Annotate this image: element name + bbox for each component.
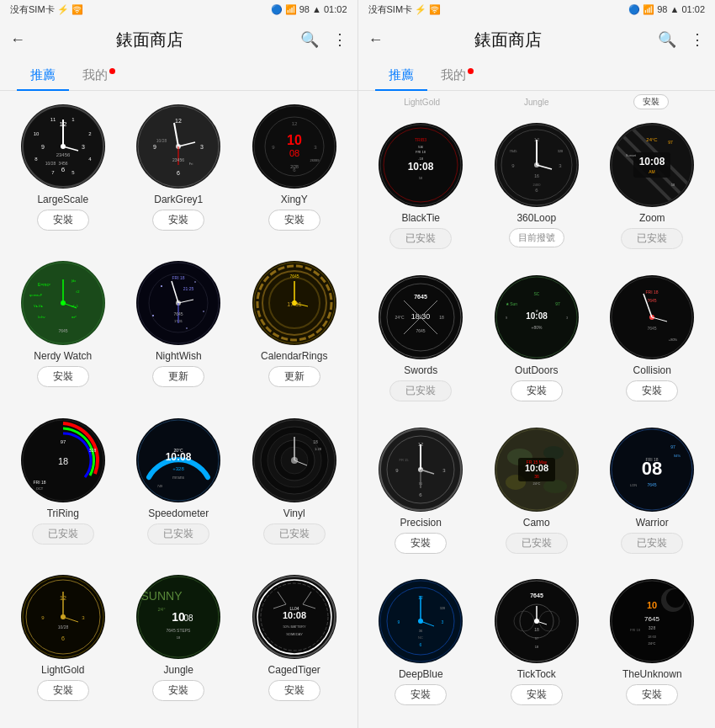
- watch-face-outdoors[interactable]: SC ★ Sun 97 ★ 10:08 9 3 +80%: [495, 275, 579, 359]
- watch-name: Warrior: [636, 517, 669, 529]
- watch-face-nightwish[interactable]: FRI 18 21:25 7645 17:31: [136, 261, 220, 345]
- watch-name: NightWish: [156, 350, 202, 362]
- install-button[interactable]: 安裝: [511, 380, 563, 401]
- installed-button[interactable]: 已安裝: [32, 523, 94, 545]
- search-button-right[interactable]: 🔍: [658, 30, 676, 49]
- installed-button[interactable]: 已安裝: [389, 228, 452, 249]
- install-button[interactable]: 安裝: [37, 210, 89, 231]
- svg-text:08: 08: [289, 148, 299, 158]
- watch-name: BlackTie: [401, 212, 440, 224]
- tab-recommended-left[interactable]: 推薦: [17, 61, 69, 90]
- watch-face-theunknown[interactable]: 10 7645 328 18 60 FRI 18 24°C: [610, 579, 694, 663]
- svg-text:97: 97: [555, 301, 560, 306]
- watch-face-warrior[interactable]: 97 94% FRI 18 08 7645 LON: [610, 428, 694, 512]
- watch-name: TickTock: [517, 668, 556, 680]
- watch-face-jungle[interactable]: SUNNY 24° 10 08 7645 STEPS 18: [136, 575, 220, 659]
- svg-text:E=mc²: E=mc²: [38, 282, 50, 287]
- watch-face-vinyl[interactable]: 18 1:28: [252, 418, 336, 502]
- watch-face-blacktie[interactable]: TRIB3 SAI FRI 18 -18 10:08 58: [379, 123, 463, 207]
- svg-text:97: 97: [60, 439, 66, 444]
- page-title-right: 錶面商店: [358, 29, 659, 51]
- svg-text:50% BATTERY: 50% BATTERY: [283, 624, 306, 629]
- watch-face-swords[interactable]: 7645 24°C 18:30 18 7645: [379, 275, 463, 359]
- watch-face-collision[interactable]: FRI 18 7645 7645 +80%: [610, 275, 694, 359]
- more-button-left[interactable]: ⋮: [332, 30, 347, 49]
- svg-text:58: 58: [671, 183, 675, 187]
- svg-text:φ=ma+F: φ=ma+F: [29, 293, 43, 297]
- install-button[interactable]: 安裝: [511, 684, 563, 705]
- svg-text:9: 9: [153, 144, 156, 150]
- watch-face-camo[interactable]: FR 15 May 10:08 36 24°C: [495, 428, 579, 512]
- svg-text:12: 12: [175, 118, 182, 124]
- svg-text:12: 12: [291, 121, 297, 126]
- svg-text:36: 36: [534, 474, 539, 479]
- tab-my-left[interactable]: 我的: [69, 61, 129, 90]
- update-button[interactable]: 更新: [152, 366, 204, 387]
- installed-button[interactable]: 已安裝: [506, 533, 568, 554]
- install-button[interactable]: 安裝: [37, 680, 89, 701]
- installed-button[interactable]: 已安裝: [389, 380, 452, 401]
- search-button-left[interactable]: 🔍: [300, 30, 319, 49]
- installed-button[interactable]: 已安裝: [147, 523, 209, 545]
- list-item: 10 08 12 3 6 9 2/28 26999 XingY 安裝: [238, 98, 351, 251]
- svg-text:10:08: 10:08: [639, 156, 665, 167]
- svg-text:17:31: 17:31: [174, 319, 183, 323]
- watch-face-360loop[interactable]: 12 3 6 9 16 328 7645 2460: [495, 123, 579, 207]
- watch-face-lightgold[interactable]: 12 3 6 9 10/28: [21, 575, 105, 659]
- watch-name: XingY: [281, 194, 308, 205]
- watch-face-cagedtiger[interactable]: LL04 10:08 50% BATTERY SOMEDAY: [252, 575, 336, 659]
- installed-button[interactable]: 已安裝: [621, 533, 683, 554]
- watch-face-precision[interactable]: 12 3 6 9 91 FR 15: [379, 428, 463, 512]
- list-item: SUNNY 24° 10 08 7645 STEPS 18 Jungle 安裝: [123, 568, 236, 721]
- watch-face-ticktock[interactable]: 7645 18 97 18: [495, 579, 579, 663]
- installed-button[interactable]: 已安裝: [621, 228, 683, 249]
- install-button[interactable]: 安裝: [626, 684, 678, 705]
- list-item: SC ★ Sun 97 ★ 10:08 9 3 +80% OutDoors 安裝: [480, 268, 593, 417]
- current-button[interactable]: 目前撥號: [509, 228, 564, 247]
- svg-text:97: 97: [535, 636, 539, 640]
- update-button[interactable]: 更新: [268, 366, 320, 387]
- svg-text:7645: 7645: [648, 298, 657, 303]
- svg-text:18: 18: [535, 645, 539, 649]
- svg-text:18: 18: [313, 439, 318, 444]
- install-button[interactable]: 安裝: [395, 533, 447, 554]
- watch-face-calendarrings[interactable]: 7645 17:31: [252, 261, 336, 345]
- svg-text:√2: √2: [76, 290, 80, 294]
- install-button[interactable]: 安裝: [395, 684, 447, 705]
- install-button[interactable]: 安裝: [626, 380, 678, 401]
- install-button[interactable]: 安裝: [37, 366, 89, 387]
- svg-text:SOMEDAY: SOMEDAY: [286, 632, 303, 636]
- watch-face-nerdywatch[interactable]: E=mc² φ=ma+F ∫dx √2 V₁-V₂ x²+1 λ=hν ax² …: [21, 261, 105, 345]
- more-button-right[interactable]: ⋮: [690, 30, 705, 49]
- svg-text:91: 91: [419, 481, 423, 486]
- list-item: 12 3 6 9 91 FR 15 Precision 安裝: [365, 421, 478, 570]
- svg-text:FRI 18: FRI 18: [172, 275, 185, 280]
- install-button[interactable]: 安裝: [268, 210, 320, 231]
- install-button[interactable]: 安裝: [268, 680, 320, 701]
- watch-face-zoom[interactable]: 24°C 97 10:08 AM Sunset 58: [610, 123, 694, 207]
- svg-text:9: 9: [398, 619, 400, 624]
- install-button[interactable]: 安裝: [152, 680, 204, 701]
- tab-recommended-right[interactable]: 推薦: [375, 61, 427, 90]
- watch-face-xingy[interactable]: 10 08 12 3 6 9 2/28 26999: [252, 104, 336, 189]
- tab-my-right[interactable]: 我的: [427, 61, 487, 90]
- watch-face-darkgrey1[interactable]: 12 3 6 9 23456 Fri 10/28: [136, 104, 220, 189]
- partial-install-button[interactable]: 安裝: [633, 94, 669, 109]
- install-button[interactable]: 安裝: [152, 210, 204, 231]
- svg-text:24°C: 24°C: [647, 137, 659, 142]
- svg-text:24°: 24°: [158, 607, 167, 612]
- watch-name: Camo: [523, 517, 550, 529]
- watch-face-deepblue[interactable]: 12 3 6 9 36 NC 328: [379, 579, 463, 663]
- svg-text:12: 12: [418, 442, 424, 447]
- svg-text:λ=hν: λ=hν: [38, 315, 45, 319]
- svg-text:10:08: 10:08: [283, 610, 306, 620]
- installed-button[interactable]: 已安裝: [263, 523, 326, 545]
- watch-face-triring[interactable]: 97 328 18 FRI 18 OCT: [21, 418, 105, 502]
- svg-text:SUNNY: SUNNY: [141, 589, 183, 603]
- svg-text:10:08: 10:08: [526, 311, 548, 321]
- watch-face-largescale[interactable]: 12 3 6 9 11 1 10 2 8 4 7 5 23456 10/28 3…: [21, 104, 105, 189]
- watch-name: TheUnknown: [622, 668, 682, 680]
- watch-face-speedometer[interactable]: 20°C 10:08 +328 mrans 749: [136, 418, 220, 502]
- svg-text:Sunset: Sunset: [626, 153, 637, 157]
- svg-text:18: 18: [177, 635, 181, 640]
